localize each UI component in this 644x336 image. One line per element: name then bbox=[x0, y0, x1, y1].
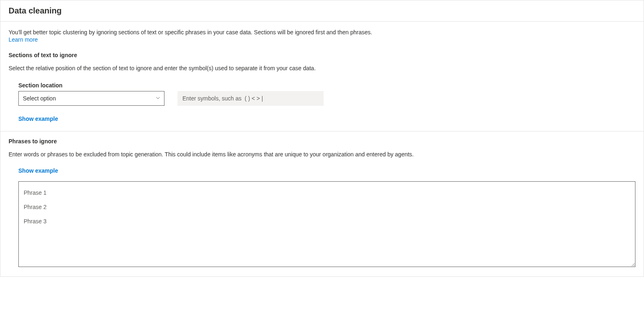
phrases-section: Phrases to ignore Enter words or phrases… bbox=[9, 138, 635, 268]
section-location-select-wrapper: Select option bbox=[18, 91, 164, 106]
symbols-input[interactable] bbox=[178, 91, 324, 106]
panel-body: You'll get better topic clustering by ig… bbox=[0, 22, 644, 276]
phrases-textarea[interactable] bbox=[18, 181, 635, 267]
section-controls-row: Section location Select option bbox=[18, 82, 635, 106]
phrases-description: Enter words or phrases to be excluded fr… bbox=[9, 150, 498, 158]
data-cleaning-panel: Data cleaning You'll get better topic cl… bbox=[0, 0, 644, 277]
sections-heading: Sections of text to ignore bbox=[9, 52, 635, 58]
show-example-sections-link[interactable]: Show example bbox=[18, 116, 58, 122]
phrases-heading: Phrases to ignore bbox=[9, 138, 635, 145]
page-title: Data cleaning bbox=[9, 6, 635, 16]
section-divider bbox=[0, 131, 644, 131]
sections-description: Select the relative position of the sect… bbox=[9, 64, 635, 72]
learn-more-link[interactable]: Learn more bbox=[9, 36, 38, 43]
intro-text: You'll get better topic clustering by ig… bbox=[9, 28, 635, 36]
symbols-field bbox=[178, 91, 324, 106]
section-location-select[interactable]: Select option bbox=[18, 91, 164, 106]
section-location-field: Section location Select option bbox=[18, 82, 164, 106]
show-example-phrases-link[interactable]: Show example bbox=[18, 167, 58, 174]
panel-header: Data cleaning bbox=[0, 0, 644, 22]
section-location-label: Section location bbox=[18, 82, 164, 89]
